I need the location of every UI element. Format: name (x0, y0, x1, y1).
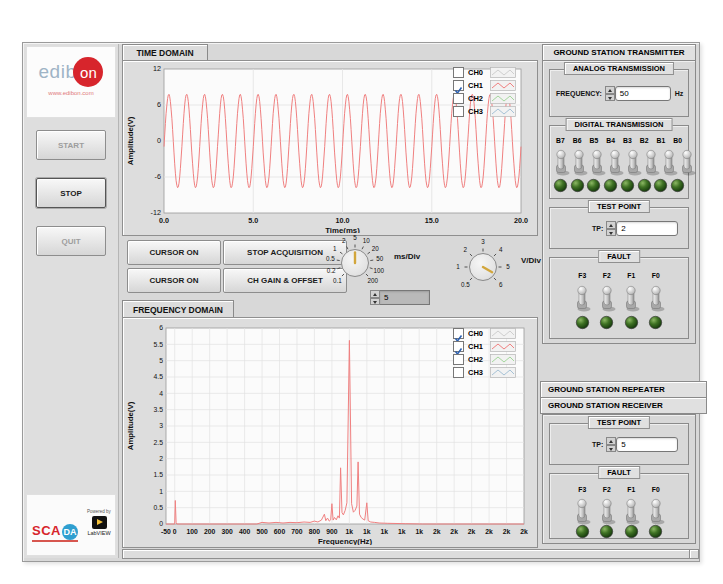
svg-text:20.0: 20.0 (514, 216, 528, 225)
legend-item: CH0 (453, 66, 516, 79)
channel-line-swatch[interactable] (490, 341, 516, 352)
repeater-header[interactable]: GROUND STATION REPEATER (540, 381, 707, 398)
tx-tp-spinner[interactable] (606, 221, 616, 236)
svg-text:5: 5 (506, 263, 510, 270)
receiver-panel: TEST POINT TP: 5 FAULT F3F2F1F0 (542, 414, 696, 544)
toggle-switch[interactable] (570, 148, 588, 176)
legend-item: CH3 (453, 105, 516, 118)
sidebar: edibon www.edibon.com START STOP QUIT SC… (24, 44, 119, 558)
v-div-knob[interactable]: 0.5123456 (449, 230, 521, 302)
digital-transmission-group: DIGITAL TRANSMISSION B7B6B5B4B3B2B1B0 (549, 125, 689, 199)
led-indicator (575, 524, 590, 539)
transmitter-header[interactable]: GROUND STATION TRANSMITTER (542, 44, 696, 61)
svg-text:2k: 2k (450, 528, 458, 535)
toggle-switch[interactable] (598, 497, 616, 525)
channel-checkbox[interactable] (453, 341, 464, 352)
svg-text:4: 4 (159, 390, 163, 397)
cursor-on-button-2[interactable]: CURSOR ON (127, 268, 221, 293)
svg-text:300: 300 (221, 528, 233, 535)
svg-text:2k: 2k (468, 528, 476, 535)
svg-text:100: 100 (374, 267, 385, 274)
svg-text:500: 500 (256, 528, 268, 535)
ms-div-value-control[interactable]: 5 (370, 290, 430, 305)
toggle-switch[interactable] (622, 284, 640, 312)
svg-text:Amplitude(V): Amplitude(V) (126, 116, 135, 165)
toggle-switch[interactable] (573, 497, 591, 525)
cursor-on-button-1[interactable]: CURSOR ON (127, 240, 221, 265)
channel-line-swatch[interactable] (490, 328, 516, 339)
channel-label: CH3 (468, 107, 490, 116)
svg-text:2: 2 (464, 246, 468, 253)
svg-text:6: 6 (499, 281, 503, 288)
toggle-switch[interactable] (678, 148, 696, 176)
svg-text:0: 0 (173, 528, 177, 535)
led-indicator (586, 178, 601, 193)
channel-label: CH0 (468, 329, 490, 338)
toggle-switch[interactable] (647, 284, 665, 312)
scada-logo-card: SCADA Powered by LabVIEW (26, 494, 116, 556)
svg-text:3.5: 3.5 (154, 406, 164, 413)
start-button[interactable]: START (36, 130, 106, 160)
bottom-scrollbar[interactable] (122, 549, 690, 559)
bit-label: F1 (619, 486, 644, 493)
digital-leds (552, 178, 686, 193)
channel-checkbox[interactable] (453, 367, 464, 378)
digital-switches (552, 148, 686, 176)
channel-line-swatch[interactable] (490, 80, 516, 91)
frequency-value-field[interactable]: 50 (615, 86, 671, 101)
svg-text:400: 400 (239, 528, 251, 535)
channel-checkbox[interactable] (453, 328, 464, 339)
rx-tp-label: TP: (592, 441, 603, 448)
toggle-switch[interactable] (573, 284, 591, 312)
svg-text:700: 700 (291, 528, 303, 535)
svg-text:10.0: 10.0 (336, 216, 350, 225)
channel-checkbox[interactable] (453, 80, 464, 91)
tab-frequency-domain[interactable]: FREQUENCY DOMAIN (122, 300, 234, 318)
led-indicator (603, 178, 618, 193)
toggle-switch[interactable] (624, 148, 642, 176)
rx-fault-group: FAULT F3F2F1F0 (549, 473, 689, 539)
bit-label: B2 (636, 137, 653, 144)
toggle-switch[interactable] (622, 497, 640, 525)
ms-div-knob[interactable]: 0.10.20.5125102050100200 (321, 226, 393, 298)
led-indicator (599, 315, 614, 330)
tx-tp-value-field[interactable]: 2 (616, 221, 678, 236)
ms-div-value-field[interactable]: 5 (380, 290, 430, 305)
toggle-switch[interactable] (598, 284, 616, 312)
receiver-header[interactable]: GROUND STATION RECEIVER (540, 397, 707, 414)
frequency-unit: Hz (675, 90, 684, 97)
rx-test-point-title: TEST POINT (588, 416, 650, 429)
bit-label: F3 (570, 486, 595, 493)
svg-text:1k: 1k (381, 528, 389, 535)
channel-label: CH3 (468, 368, 490, 377)
channel-checkbox[interactable] (453, 106, 464, 117)
tab-time-domain[interactable]: TIME DOMAIN (122, 44, 208, 61)
svg-text:6: 6 (159, 324, 163, 331)
rx-tp-spinner[interactable] (606, 437, 616, 452)
toggle-switch[interactable] (606, 148, 624, 176)
channel-checkbox[interactable] (453, 67, 464, 78)
channel-checkbox[interactable] (453, 354, 464, 365)
rx-tp-value-field[interactable]: 5 (616, 437, 678, 452)
bottom-scrollbar-corner (689, 549, 699, 559)
channel-line-swatch[interactable] (490, 106, 516, 117)
toggle-switch[interactable] (660, 148, 678, 176)
toggle-switch[interactable] (647, 497, 665, 525)
channel-checkbox[interactable] (453, 93, 464, 104)
channel-line-swatch[interactable] (490, 354, 516, 365)
toggle-switch[interactable] (588, 148, 606, 176)
channel-label: CH0 (468, 68, 490, 77)
stop-button[interactable]: STOP (36, 178, 106, 208)
channel-line-swatch[interactable] (490, 67, 516, 78)
frequency-spinner[interactable] (605, 86, 615, 101)
quit-button[interactable]: QUIT (36, 226, 106, 256)
ms-div-spinner[interactable] (370, 290, 380, 305)
scada-tagline (32, 540, 78, 542)
toggle-switch[interactable] (552, 148, 570, 176)
tx-test-point-title: TEST POINT (588, 200, 650, 213)
frequency-control-row: FREQUENCY: 50 Hz (556, 86, 683, 101)
toggle-switch[interactable] (642, 148, 660, 176)
channel-line-swatch[interactable] (490, 367, 516, 378)
led-indicator (648, 315, 663, 330)
channel-line-swatch[interactable] (490, 93, 516, 104)
